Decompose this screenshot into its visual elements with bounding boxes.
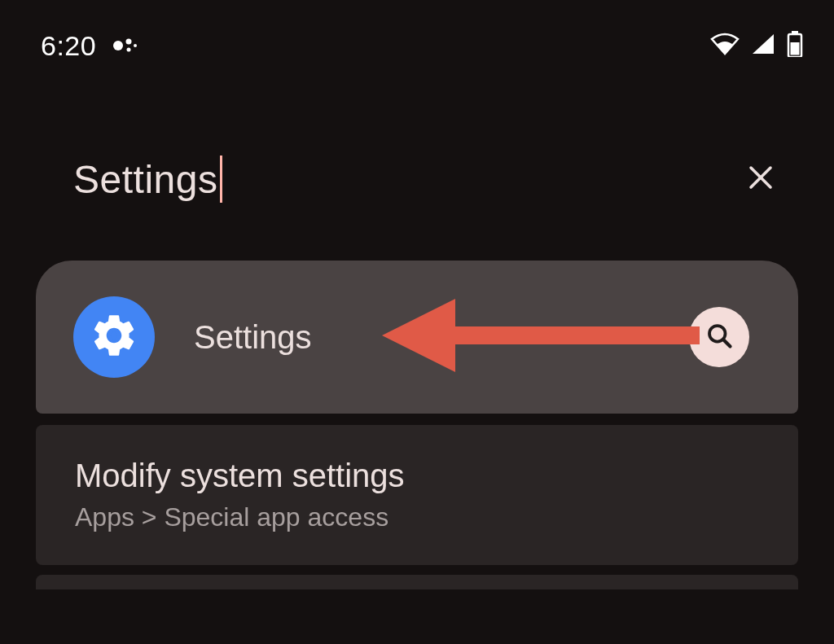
svg-line-11 xyxy=(723,340,730,346)
search-input[interactable]: Settings xyxy=(73,156,222,203)
svg-point-9 xyxy=(111,332,117,339)
result-secondary-title: Modify system settings xyxy=(75,458,759,494)
svg-point-2 xyxy=(127,48,131,52)
svg-rect-6 xyxy=(791,42,800,55)
text-cursor xyxy=(220,156,222,203)
result-item-settings[interactable]: Settings xyxy=(36,261,798,414)
svg-point-3 xyxy=(134,44,137,47)
wifi-icon xyxy=(710,33,740,59)
result-item-modify-system-settings[interactable]: Modify system settings Apps > Special ap… xyxy=(36,425,798,565)
gear-icon xyxy=(89,310,139,364)
assistant-icon xyxy=(112,37,137,55)
status-left: 6:20 xyxy=(41,30,137,62)
svg-point-1 xyxy=(126,39,132,45)
battery-icon xyxy=(787,31,803,60)
search-query-text: Settings xyxy=(73,157,217,202)
result-item-partial[interactable] xyxy=(36,575,798,589)
cellular-icon xyxy=(751,33,775,59)
clear-search-button[interactable] xyxy=(743,161,779,197)
search-within-settings-button[interactable] xyxy=(689,307,749,367)
status-time: 6:20 xyxy=(41,30,96,62)
result-secondary-breadcrumb: Apps > Special app access xyxy=(75,502,759,532)
svg-point-0 xyxy=(113,41,123,50)
search-icon xyxy=(705,321,734,353)
status-bar: 6:20 xyxy=(0,0,834,65)
result-title: Settings xyxy=(194,319,689,356)
search-row: Settings xyxy=(0,147,834,212)
close-icon xyxy=(747,164,775,195)
status-right xyxy=(710,31,803,60)
settings-app-icon xyxy=(73,296,155,378)
search-results: Settings Modify system settings Apps > S… xyxy=(36,261,798,589)
